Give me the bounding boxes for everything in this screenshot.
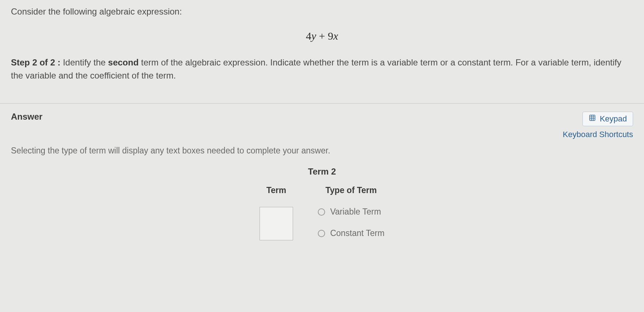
step-prefix: Step 2 of 2 : (11, 57, 60, 67)
keypad-icon (589, 114, 596, 124)
algebraic-expression: 4y + 9x (11, 30, 633, 42)
term-block: Term 2 Term Type of Term Variable Term C… (11, 167, 633, 240)
radio-icon (318, 230, 325, 237)
type-column-label: Type of Term (325, 185, 377, 195)
answer-instruction: Selecting the type of term will display … (11, 146, 633, 156)
variable-term-option[interactable]: Variable Term (318, 207, 381, 217)
keypad-button[interactable]: Keypad (582, 112, 633, 126)
type-column: Type of Term Variable Term Constant Term (318, 185, 384, 238)
term-grid: Term Type of Term Variable Term Constant… (260, 185, 384, 240)
term-heading: Term 2 (11, 167, 633, 177)
question-prompt: Consider the following algebraic express… (11, 7, 633, 17)
term-column-label: Term (266, 185, 287, 195)
constant-term-label: Constant Term (330, 228, 384, 238)
radio-icon (318, 208, 325, 216)
answer-heading: Answer (11, 112, 43, 122)
keypad-area: Keypad Keyboard Shortcuts (563, 112, 633, 139)
keypad-label: Keypad (600, 114, 627, 124)
term-column: Term (260, 185, 293, 240)
step-instruction: Step 2 of 2 : Identify the second term o… (11, 56, 633, 82)
step-bold-word: second (108, 57, 139, 67)
answer-section: Answer Keypad Keyboard Shortcuts Selecti… (0, 104, 644, 240)
answer-header-row: Answer Keypad Keyboard Shortcuts (11, 112, 633, 139)
question-section: Consider the following algebraic express… (0, 0, 644, 91)
constant-term-option[interactable]: Constant Term (318, 228, 384, 238)
keyboard-shortcuts-link[interactable]: Keyboard Shortcuts (563, 130, 633, 139)
svg-rect-0 (590, 115, 595, 121)
term-type-radio-group: Variable Term Constant Term (318, 207, 384, 238)
variable-term-label: Variable Term (330, 207, 381, 217)
term-input[interactable] (260, 207, 293, 240)
